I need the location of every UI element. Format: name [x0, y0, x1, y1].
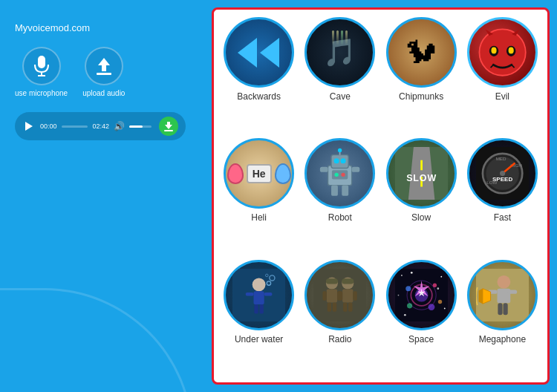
heli-balloons: He [227, 163, 291, 184]
backwards-icon [238, 38, 281, 68]
svg-point-73 [440, 275, 442, 277]
svg-rect-6 [164, 130, 173, 131]
effect-evil[interactable]: Evil [463, 17, 541, 132]
svg-rect-48 [254, 304, 258, 313]
svg-point-25 [342, 173, 345, 177]
effect-space[interactable]: Space [382, 260, 460, 375]
svg-point-72 [410, 272, 412, 274]
volume-icon: 🔊 [114, 121, 125, 131]
svg-rect-27 [342, 186, 349, 196]
svg-point-22 [338, 148, 342, 152]
svg-rect-66 [343, 302, 347, 311]
effect-space-circle [386, 260, 457, 330]
effect-radio-circle [304, 260, 375, 330]
svg-rect-57 [327, 289, 337, 302]
svg-point-19 [334, 158, 339, 163]
svg-point-74 [437, 287, 439, 290]
left-panel: Myvoicemod.com use microphone [15, 22, 193, 140]
effect-underwater-circle [224, 260, 294, 330]
effect-slow[interactable]: SLOW Slow [382, 138, 460, 253]
background-decoration [0, 288, 193, 392]
svg-point-84 [432, 283, 436, 287]
play-button[interactable] [22, 120, 36, 133]
progress-bar[interactable] [62, 125, 88, 128]
effect-evil-circle [467, 17, 538, 88]
svg-point-76 [443, 307, 445, 309]
current-time: 00:00 [40, 122, 57, 130]
svg-point-12 [508, 47, 513, 53]
radio-icon [313, 269, 366, 321]
volume-bar[interactable] [129, 125, 152, 128]
svg-rect-28 [320, 167, 328, 172]
effect-megaphone-label: Megaphone [479, 334, 526, 344]
effect-robot-label: Robot [328, 212, 352, 223]
svg-rect-26 [331, 186, 338, 196]
microphone-icon-circle [22, 47, 61, 85]
svg-rect-68 [326, 278, 338, 284]
effect-underwater[interactable]: Under water [220, 260, 298, 375]
effect-megaphone[interactable]: Megaphone [463, 260, 541, 375]
svg-point-20 [341, 158, 346, 163]
svg-rect-93 [498, 303, 502, 315]
svg-rect-0 [38, 56, 45, 68]
effect-fast-label: Fast [494, 212, 511, 223]
effect-robot[interactable]: Robot [301, 138, 379, 253]
svg-rect-47 [254, 291, 264, 304]
cave-lights [332, 30, 348, 45]
svg-rect-51 [264, 293, 273, 295]
effect-chipmunks[interactable]: 🐿 Chipmunks [382, 17, 460, 132]
svg-point-75 [397, 294, 399, 295]
svg-marker-96 [478, 288, 482, 303]
upload-button[interactable]: upload audio [82, 47, 125, 97]
effect-radio-label: Radio [328, 334, 351, 344]
effect-fast[interactable]: LOW MED HIGH SPEED Fast [463, 138, 541, 253]
effect-heli[interactable]: He Heli [220, 138, 298, 253]
player-bar: 00:00 02:42 🔊 [15, 112, 186, 140]
svg-rect-94 [503, 303, 507, 315]
effect-cave-label: Cave [330, 91, 351, 102]
site-title: Myvoicemod.com [15, 22, 193, 33]
microphone-icon [33, 56, 50, 76]
speed-dial-icon: LOW MED HIGH SPEED [476, 147, 529, 200]
svg-point-42 [500, 171, 505, 176]
effect-slow-circle: SLOW [386, 138, 457, 209]
effect-backwards-label: Backwards [237, 91, 281, 102]
effect-backwards-circle [224, 17, 294, 88]
effect-underwater-label: Under water [235, 334, 283, 344]
total-time: 02:42 [92, 122, 109, 130]
space-icon [395, 269, 448, 321]
chipmunks-icon: 🐿 [405, 35, 437, 71]
effects-panel: Backwards 🎵 Cave 🐿 Chipmunks [212, 7, 550, 385]
svg-point-46 [253, 278, 266, 291]
svg-rect-23 [332, 170, 348, 179]
effect-chipmunks-circle: 🐿 [386, 17, 457, 88]
svg-rect-60 [328, 302, 331, 311]
effect-backwards[interactable]: Backwards [220, 17, 298, 132]
svg-rect-58 [323, 291, 327, 300]
svg-text:MED: MED [495, 156, 506, 161]
effect-chipmunks-label: Chipmunks [399, 91, 443, 102]
effect-radio[interactable]: Radio [301, 260, 379, 375]
evil-icon [476, 26, 529, 79]
slow-road-icon: SLOW [395, 147, 448, 200]
play-icon [25, 122, 33, 131]
svg-point-71 [401, 275, 403, 276]
volume-fill [129, 125, 143, 128]
svg-marker-5 [165, 122, 172, 129]
effect-heli-label: Heli [251, 212, 267, 223]
effect-slow-label: Slow [411, 212, 431, 223]
download-icon [163, 121, 174, 131]
svg-rect-65 [354, 291, 357, 300]
effect-megaphone-circle [467, 260, 538, 330]
svg-point-83 [405, 286, 411, 291]
effect-cave[interactable]: 🎵 Cave [301, 17, 379, 132]
svg-text:SLOW: SLOW [406, 174, 437, 184]
upload-label: upload audio [82, 89, 125, 97]
svg-point-11 [491, 47, 496, 53]
svg-point-87 [437, 299, 441, 303]
svg-point-85 [428, 304, 434, 310]
microphone-button[interactable]: use microphone [15, 47, 68, 97]
svg-rect-49 [260, 304, 264, 313]
svg-rect-92 [507, 290, 516, 293]
download-button[interactable] [159, 117, 178, 136]
